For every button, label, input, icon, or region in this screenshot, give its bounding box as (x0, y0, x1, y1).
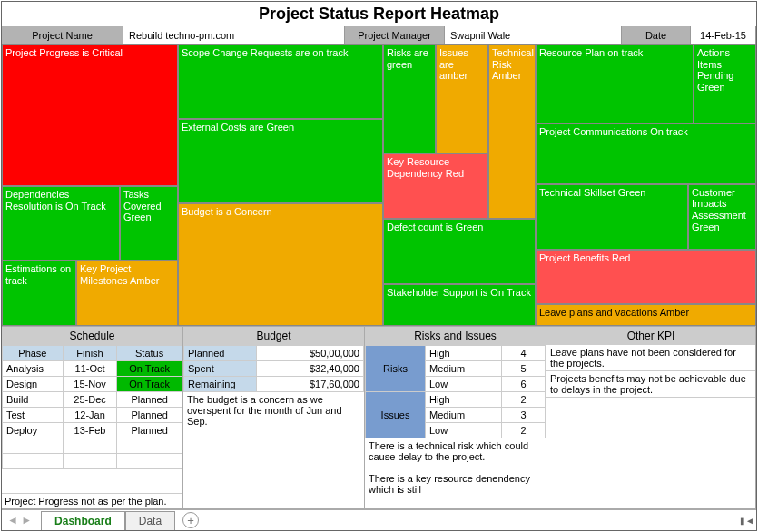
new-sheet-button[interactable]: + (182, 512, 199, 528)
date-value[interactable]: 14-Feb-15 (691, 26, 756, 44)
risks-notes: There is a technical risk which could ca… (365, 438, 546, 497)
heatmap[interactable]: Project Progress is CriticalDependencies… (2, 44, 756, 326)
table-header: Status (117, 346, 182, 361)
heatmap-tile[interactable]: Dependencies Resolution is On Track (2, 186, 120, 261)
heatmap-tile[interactable]: Risks are green (383, 44, 436, 153)
table-row[interactable]: Design15-NovOn Track (3, 377, 182, 392)
project-manager-value[interactable]: Swapnil Wale (445, 26, 622, 44)
heatmap-tile[interactable]: Scope Change Requests are on track (178, 44, 383, 119)
table-row[interactable]: Test12-JanPlanned (3, 408, 182, 423)
heatmap-tile[interactable]: Customer Impacts Assessment Green (688, 184, 756, 250)
table-row[interactable]: IssuesHigh2 (366, 392, 546, 408)
schedule-table[interactable]: PhaseFinishStatusAnalysis11-OctOn TrackD… (2, 345, 182, 469)
heatmap-tile[interactable]: Leave plans and vacations Amber (536, 304, 756, 326)
heatmap-tile[interactable]: External Costs are Green (178, 119, 383, 204)
kpi-note: Leave plans have not been considered for… (546, 345, 755, 371)
schedule-note: Project Progress not as per the plan. (2, 493, 182, 508)
heatmap-tile[interactable]: Resource Plan on track (536, 44, 694, 123)
info-bar: Project Name Rebuild techno-pm.com Proje… (2, 26, 756, 44)
heatmap-tile[interactable]: Technical Risk Amber (488, 44, 536, 219)
date-label: Date (622, 26, 691, 44)
section-headers: Schedule Budget Risks and Issues Other K… (2, 326, 756, 345)
heatmap-tile[interactable]: Actions Items Pending Green (694, 44, 756, 123)
project-name-value[interactable]: Rebuild techno-pm.com (123, 26, 345, 44)
kpi-notes: Leave plans have not been considered for… (546, 345, 755, 398)
section-budget: Budget (183, 327, 365, 345)
heatmap-tile[interactable]: Key Project Milestones Amber (76, 261, 178, 326)
tab-dashboard[interactable]: Dashboard (41, 511, 125, 530)
risks-panel: RisksHigh4Medium5Low6IssuesHigh2Medium3L… (365, 345, 546, 508)
kpi-panel: Leave plans have not been considered for… (546, 345, 756, 508)
schedule-panel: PhaseFinishStatusAnalysis11-OctOn TrackD… (2, 345, 183, 508)
tab-data[interactable]: Data (125, 511, 175, 530)
heatmap-tile[interactable]: Stakeholder Support is On Track (383, 284, 536, 326)
section-risks: Risks and Issues (365, 327, 546, 345)
heatmap-tile[interactable]: Estimations on track (2, 261, 76, 326)
sheet-tabs[interactable]: ◄ ► Dashboard Data + ▮◄ (2, 509, 756, 530)
table-row[interactable]: Analysis11-OctOn Track (3, 361, 182, 377)
budget-note: The budget is a concern as we overspent … (183, 392, 364, 429)
kpi-note: Projects benefits may not be achievable … (546, 371, 755, 398)
heatmap-tile[interactable]: Defect count is Green (383, 219, 536, 284)
section-kpi: Other KPI (546, 327, 756, 345)
page-title: Project Status Report Heatmap (2, 2, 756, 26)
table-row[interactable]: Remaining$17,60,000 (184, 377, 364, 392)
table-row[interactable]: Planned$50,00,000 (184, 346, 364, 361)
table-row[interactable]: Build25-DecPlanned (3, 392, 182, 408)
budget-table[interactable]: Planned$50,00,000Spent$32,40,000Remainin… (183, 345, 364, 392)
budget-panel: Planned$50,00,000Spent$32,40,000Remainin… (183, 345, 365, 508)
heatmap-tile[interactable]: Key Resource Dependency Red (383, 153, 488, 219)
project-manager-label: Project Manager (345, 26, 445, 44)
table-row[interactable]: RisksHigh4 (366, 346, 546, 361)
risks-issues-table[interactable]: RisksHigh4Medium5Low6IssuesHigh2Medium3L… (365, 345, 546, 438)
project-name-label: Project Name (2, 26, 123, 44)
table-row[interactable]: Spent$32,40,000 (184, 361, 364, 377)
heatmap-tile[interactable]: Project Benefits Red (536, 250, 756, 304)
tab-nav-icon[interactable]: ◄ ► (7, 514, 32, 527)
heatmap-tile[interactable]: Technical Skillset Green (536, 184, 688, 250)
heatmap-tile[interactable]: Budget is a Concern (178, 203, 383, 326)
hscroll[interactable]: ▮◄ (738, 510, 756, 530)
table-header: Finish (63, 346, 116, 361)
heatmap-tile[interactable]: Project Progress is Critical (2, 44, 178, 186)
table-header: Phase (3, 346, 64, 361)
table-row[interactable]: Deploy13-FebPlanned (3, 423, 182, 438)
heatmap-tile[interactable]: Project Communications On track (536, 123, 756, 184)
heatmap-tile[interactable]: Tasks Covered Green (120, 186, 178, 261)
section-schedule: Schedule (2, 327, 183, 345)
